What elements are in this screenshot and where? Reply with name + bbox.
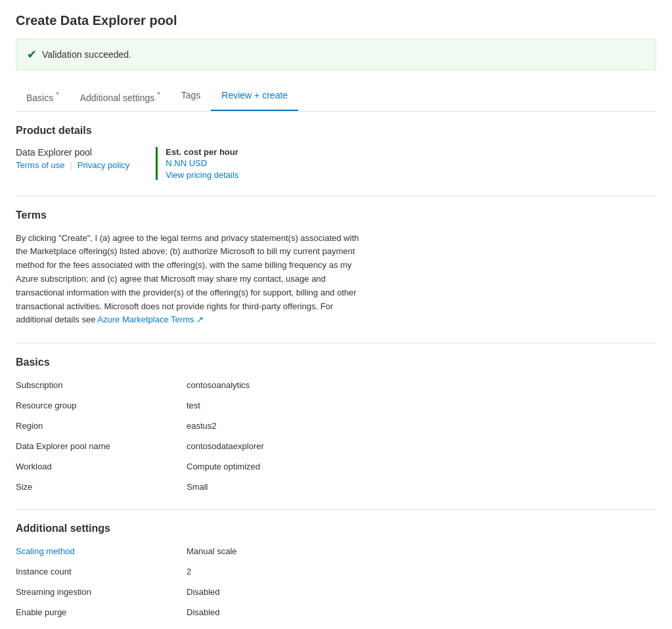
- scaling-method-label[interactable]: Scaling method: [16, 545, 187, 557]
- basics-grid: Subscription contosoanalytics Resource g…: [16, 379, 476, 493]
- instance-count-value: 2: [187, 565, 476, 578]
- product-links: Terms of use | Privacy policy: [16, 160, 129, 170]
- enable-purge-label: Enable purge: [16, 606, 187, 618]
- privacy-policy-link[interactable]: Privacy policy: [78, 160, 129, 170]
- basics-subscription-label: Subscription: [16, 379, 187, 391]
- product-details-section: Product details Data Explorer pool Terms…: [16, 125, 656, 180]
- scaling-method-value: Manual scale: [187, 545, 476, 557]
- terms-section: Terms By clicking "Create", I (a) agree …: [16, 209, 656, 328]
- divider-3: [16, 509, 656, 510]
- additional-settings-section: Additional settings Scaling method Manua…: [16, 523, 656, 618]
- basics-section: Basics Subscription contosoanalytics Res…: [16, 357, 656, 493]
- terms-title: Terms: [16, 209, 656, 221]
- cost-label: Est. cost per hour: [166, 147, 238, 157]
- tabs-container: Basics * Additional settings * Tags Revi…: [16, 83, 656, 112]
- basics-resource-group-value: test: [187, 399, 476, 412]
- basics-pool-name-label: Data Explorer pool name: [16, 440, 187, 452]
- terms-of-use-link[interactable]: Terms of use: [16, 160, 64, 170]
- terms-body: By clicking "Create", I (a) agree to the…: [16, 232, 370, 328]
- additional-settings-title: Additional settings: [16, 523, 656, 534]
- enable-purge-value: Disabled: [187, 606, 476, 618]
- divider-2: [16, 343, 656, 343]
- product-info: Data Explorer pool Terms of use | Privac…: [16, 147, 129, 170]
- pipe-divider: |: [70, 160, 72, 170]
- additional-settings-grid: Scaling method Manual scale Instance cou…: [16, 545, 476, 618]
- content-area: Product details Data Explorer pool Terms…: [16, 112, 656, 629]
- product-details-title: Product details: [16, 125, 656, 137]
- basics-size-label: Size: [16, 481, 187, 493]
- product-details-box: Data Explorer pool Terms of use | Privac…: [16, 147, 656, 180]
- basics-workload-label: Workload: [16, 460, 187, 473]
- basics-title: Basics: [16, 357, 656, 368]
- product-name: Data Explorer pool: [16, 147, 129, 158]
- basics-workload-value: Compute optimized: [187, 460, 476, 473]
- tab-review-create[interactable]: Review + create: [211, 83, 298, 111]
- view-pricing-link[interactable]: View pricing details: [166, 170, 238, 180]
- basics-region-value: eastus2: [187, 420, 476, 432]
- tab-basics[interactable]: Basics *: [16, 83, 70, 111]
- streaming-ingestion-value: Disabled: [187, 586, 476, 598]
- basics-resource-group-label: Resource group: [16, 399, 187, 412]
- check-icon: ✔: [27, 47, 37, 62]
- validation-banner: ✔ Validation succeeded.: [16, 39, 656, 70]
- tab-additional-settings[interactable]: Additional settings *: [70, 83, 171, 111]
- divider-1: [16, 196, 656, 196]
- cost-value: N.NN USD: [166, 158, 238, 168]
- marketplace-terms-link[interactable]: Azure Marketplace Terms ↗: [97, 314, 204, 324]
- main-content: Create Data Explorer pool ✔ Validation s…: [0, 0, 672, 629]
- basics-pool-name-value: contosodataexplorer: [187, 440, 476, 452]
- page-title: Create Data Explorer pool: [16, 13, 656, 28]
- streaming-ingestion-label: Streaming ingestion: [16, 586, 187, 598]
- basics-region-label: Region: [16, 420, 187, 432]
- basics-subscription-value: contosoanalytics: [187, 379, 476, 391]
- basics-size-value: Small: [187, 481, 476, 493]
- instance-count-label: Instance count: [16, 565, 187, 578]
- tab-tags[interactable]: Tags: [171, 83, 212, 111]
- page-wrapper: Create Data Explorer pool ✔ Validation s…: [0, 0, 672, 629]
- cost-section: Est. cost per hour N.NN USD View pricing…: [156, 147, 238, 180]
- validation-text: Validation succeeded.: [42, 49, 131, 60]
